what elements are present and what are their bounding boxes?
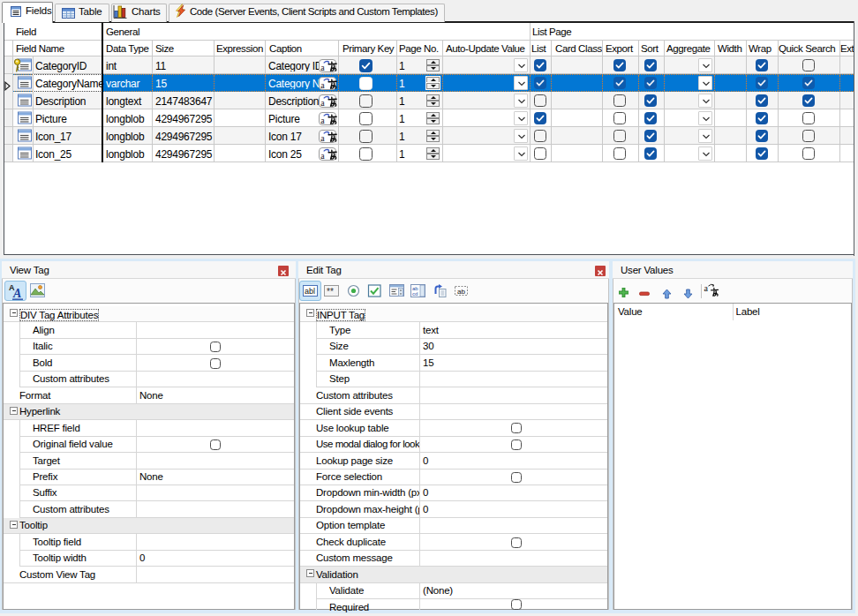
svg-text:a: a: [704, 283, 709, 293]
svg-text:a: a: [320, 97, 325, 107]
svg-text:a: a: [320, 62, 325, 71]
svg-text:abl: abl: [305, 287, 315, 296]
svg-text:a: a: [320, 132, 325, 142]
svg-text:cd: cd: [412, 291, 418, 297]
svg-text:A: A: [12, 287, 21, 300]
svg-text:a: a: [320, 115, 325, 124]
svg-text:a: a: [320, 150, 325, 160]
svg-text:ab: ab: [457, 288, 465, 296]
svg-text:a: a: [320, 79, 325, 89]
svg-text:**: **: [327, 287, 334, 297]
